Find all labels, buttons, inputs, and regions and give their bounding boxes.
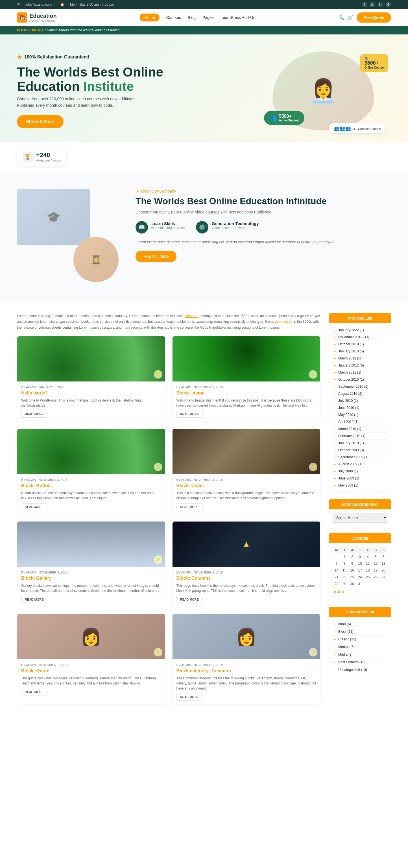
cal-cell[interactable]: 21 xyxy=(333,574,341,581)
cat-label: Uncategorized (13) xyxy=(338,668,367,672)
cal-cell[interactable]: 30 xyxy=(348,581,356,587)
archive-jun2009[interactable]: →June 2009 (1) xyxy=(333,475,387,482)
archive-jul2010[interactable]: →July 2010 (1) xyxy=(333,397,387,404)
archive-may2009[interactable]: →May 2009 (1) xyxy=(333,482,387,489)
cal-cell[interactable]: 20 xyxy=(379,567,387,574)
google-icon[interactable]: G xyxy=(385,2,391,7)
cal-cell[interactable]: 16 xyxy=(348,567,356,574)
nav-page[interactable]: Page xyxy=(202,15,214,20)
cal-cell[interactable]: 28 xyxy=(333,581,341,587)
readmore-btn-8[interactable]: READ MORE xyxy=(177,694,203,701)
cal-cell[interactable]: 7 xyxy=(333,560,341,567)
cal-cell[interactable]: 4 xyxy=(364,553,372,560)
lorem-link-popularised[interactable]: popularised xyxy=(275,320,292,323)
post-title-5[interactable]: Block: Gallery xyxy=(21,576,161,581)
cart-icon[interactable]: 🛒 xyxy=(348,15,353,20)
post-title-3[interactable]: Block: Button xyxy=(21,483,161,488)
main-content: Lorem Ipsum is simply dummy text of the … xyxy=(0,302,408,724)
linkedin-icon[interactable]: in xyxy=(377,2,383,7)
archive-mar2012[interactable]: →March 2012 (5) xyxy=(333,355,387,362)
readmore-btn-4[interactable]: READ MORE xyxy=(177,503,203,510)
cat-classic[interactable]: →Classic (35) xyxy=(333,636,387,643)
cal-cell[interactable]: 14 xyxy=(333,567,341,574)
archive-may2010[interactable]: →May 2010 (1) xyxy=(333,411,387,418)
cal-cell[interactable]: 2 xyxy=(348,553,356,560)
cal-cell[interactable]: 11 xyxy=(364,560,372,567)
search-icon[interactable]: 🔍 xyxy=(339,15,344,20)
calendar-prev[interactable]: « Jan xyxy=(334,590,344,594)
cal-cell[interactable]: 31 xyxy=(356,581,364,587)
archive-jan2012[interactable]: →January 2012 (6) xyxy=(333,362,387,369)
readmore-btn-1[interactable]: READ MORE xyxy=(21,411,48,417)
post-title-7[interactable]: Block: Quote xyxy=(21,669,161,674)
cat-uncategorized[interactable]: →Uncategorized (13) xyxy=(333,666,387,674)
archive-jan2022[interactable]: →January 2022 (1) xyxy=(333,327,387,334)
post-title-8[interactable]: Block category: Common xyxy=(177,669,316,674)
cal-cell[interactable]: 22 xyxy=(341,574,348,581)
readmore-btn-3[interactable]: READ MORE xyxy=(21,503,48,510)
archive-jan2013[interactable]: →January 2013 (5) xyxy=(333,348,387,355)
archive-aug2010[interactable]: →August 2010 (2) xyxy=(333,390,387,397)
readmore-btn-2[interactable]: READ MORE xyxy=(177,411,203,417)
instagram-icon[interactable]: ig xyxy=(370,2,375,7)
cal-cell[interactable]: 19 xyxy=(372,567,380,574)
post-title-4[interactable]: Block: Cover xyxy=(177,483,316,488)
cal-cell[interactable]: 13 xyxy=(379,560,387,567)
readmore-btn-5[interactable]: READ MORE xyxy=(21,596,48,603)
show-more-button[interactable]: Show & More xyxy=(17,115,64,128)
cal-cell[interactable]: 29 xyxy=(341,581,348,587)
cal-cell[interactable]: 23 xyxy=(348,574,356,581)
post-title-6[interactable]: Block: Columns xyxy=(177,576,316,581)
cal-cell[interactable]: 9 xyxy=(348,560,356,567)
cal-row-1: 1 2 3 4 5 6 xyxy=(333,553,387,560)
cal-cell[interactable]: 27 xyxy=(379,574,387,581)
archive-jan2010[interactable]: →January 2010 (1) xyxy=(333,440,387,447)
cal-cell[interactable]: 26 xyxy=(372,574,380,581)
nav-learnpress[interactable]: LearnPress Add-On xyxy=(221,15,255,20)
archive-oct2010[interactable]: →October 2010 (1) xyxy=(333,376,387,383)
archive-oct2009[interactable]: →October 2009 (3) xyxy=(333,447,387,454)
cat-post-formats[interactable]: →Post Formats (13) xyxy=(333,658,387,666)
cat-media[interactable]: →Media (3) xyxy=(333,651,387,658)
cal-cell[interactable]: 10 xyxy=(356,560,364,567)
cal-cell[interactable]: 17 xyxy=(356,567,364,574)
archive-feb2010[interactable]: →February 2010 (1) xyxy=(333,433,387,440)
archive-mar2011[interactable]: →March 2011 (1) xyxy=(333,369,387,376)
find-out-more-button[interactable]: Find Out More xyxy=(135,251,177,262)
archive-sep2010[interactable]: →September 2010 (2) xyxy=(333,383,387,390)
arrow-icon: → xyxy=(333,405,337,410)
cal-cell[interactable]: 18 xyxy=(364,567,372,574)
archive-mar2010[interactable]: →March 2010 (1) xyxy=(333,426,387,433)
cal-cell[interactable]: 6 xyxy=(379,553,387,560)
cat-block[interactable]: →Block (11) xyxy=(333,628,387,636)
lorem-link-standard[interactable]: standard xyxy=(185,314,198,318)
cal-cell[interactable]: 5 xyxy=(372,553,380,560)
free-quote-button[interactable]: Free Quote xyxy=(356,12,391,23)
cat-aaaa[interactable]: →aaaa (6) xyxy=(333,620,387,628)
cal-cell[interactable]: 12 xyxy=(372,560,380,567)
cal-cell[interactable]: 24 xyxy=(356,574,364,581)
nav-courses[interactable]: Courses xyxy=(166,15,181,20)
post-title-1[interactable]: Hello world! xyxy=(21,391,161,396)
cat-markup[interactable]: →Markup (6) xyxy=(333,643,387,651)
cal-cell[interactable]: 1 xyxy=(341,553,348,560)
cal-cell[interactable]: 15 xyxy=(341,567,348,574)
nav-home[interactable]: Home xyxy=(140,13,159,22)
archives-select[interactable]: Select Month January 2022 November 2018 … xyxy=(333,513,387,523)
cal-cell[interactable]: 8 xyxy=(341,560,348,567)
archive-nov2018[interactable]: →November 2018 (11) xyxy=(333,334,387,341)
facebook-icon[interactable]: f xyxy=(362,2,367,7)
archive-oct2018[interactable]: →October 2018 (1) xyxy=(333,341,387,348)
archive-aug2009[interactable]: →August 2009 (1) xyxy=(333,461,387,468)
readmore-btn-6[interactable]: READ MORE xyxy=(177,596,203,603)
nav-blog[interactable]: Blog xyxy=(188,15,196,20)
feature1-title: Learn Skills xyxy=(151,221,185,226)
archive-sep2009[interactable]: →September 2009 (1) xyxy=(333,454,387,461)
cal-cell[interactable]: 3 xyxy=(356,553,364,560)
cal-cell[interactable]: 25 xyxy=(364,574,372,581)
archive-jul2009[interactable]: →July 2009 (1) xyxy=(333,468,387,475)
archive-apr2010[interactable]: →April 2010 (1) xyxy=(333,418,387,426)
readmore-btn-7[interactable]: READ MORE xyxy=(21,689,48,695)
archive-jun2010[interactable]: →June 2010 (1) xyxy=(333,404,387,411)
post-title-2[interactable]: Block: Image xyxy=(177,391,316,396)
